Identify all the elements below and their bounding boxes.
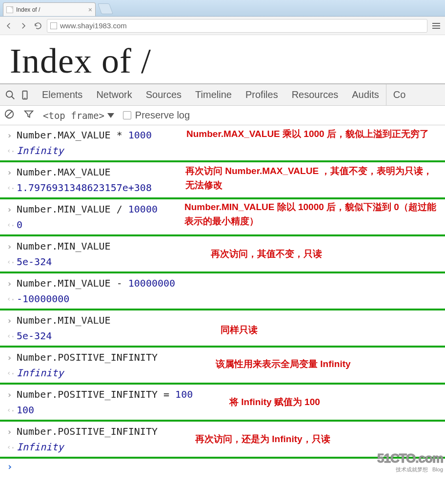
output-arrow-icon (7, 295, 17, 303)
console-input-line[interactable]: Number.MIN_VALUE - 10000000 (0, 275, 445, 291)
console-input-code: Number.MAX_VALUE (17, 166, 111, 178)
input-arrow-icon (7, 352, 17, 363)
console-input-code: Number.MIN_VALUE - 10000000 (17, 277, 175, 289)
browser-tab[interactable]: Index of / × (3, 2, 96, 16)
menu-button[interactable] (430, 23, 442, 29)
console-output-value: -10000000 (17, 293, 69, 305)
console-group: Number.MIN_VALUE5e-324同样只读 (0, 310, 445, 348)
frame-selector[interactable]: <top frame> (43, 110, 114, 121)
output-arrow-icon (7, 258, 17, 266)
console-group: Number.MAX_VALUE * 1000InfinityNumber.MA… (0, 125, 445, 162)
console-group: Number.MIN_VALUE - 10000000-10000000 (0, 273, 445, 310)
output-arrow-icon (7, 406, 17, 414)
console-output-value: Infinity (17, 145, 63, 156)
url-text: www.shayi1983.com (60, 21, 127, 30)
input-arrow-icon (7, 426, 17, 437)
devtools-panel: Elements Network Sources Timeline Profil… (0, 83, 445, 474)
output-arrow-icon (7, 443, 17, 451)
tab-sources[interactable]: Sources (139, 84, 188, 105)
tab-timeline[interactable]: Timeline (188, 84, 239, 105)
annotation-text: Number.MIN_VALUE 除以 10000 后，貌似下溢到 0（超过能表… (184, 200, 439, 228)
input-arrow-icon (7, 167, 17, 177)
console-group: Number.MIN_VALUE / 100000Number.MIN_VALU… (0, 199, 445, 236)
console-input-code: Number.MAX_VALUE * 1000 (17, 129, 152, 141)
inspect-icon[interactable] (3, 90, 18, 100)
address-bar: www.shayi1983.com (0, 17, 445, 35)
console-group: Number.MAX_VALUE1.7976931348623157e+308再… (0, 162, 445, 199)
preserve-log-label: Preserve log (135, 110, 190, 121)
tab-close-icon[interactable]: × (88, 6, 92, 14)
input-arrow-icon (7, 389, 17, 400)
dropdown-icon (107, 113, 114, 118)
reload-button[interactable] (32, 20, 44, 32)
console-group: Number.MIN_VALUE5e-324再次访问，其值不变，只读 (0, 236, 445, 273)
console-output: Number.MAX_VALUE * 1000InfinityNumber.MA… (0, 125, 445, 474)
site-icon (50, 22, 57, 29)
annotation-text: 将 Infinity 赋值为 100 (229, 395, 439, 409)
annotation-text: Number.MAX_VALUE 乘以 1000 后，貌似上溢到正无穷了 (186, 127, 439, 141)
output-arrow-icon (7, 147, 17, 155)
clear-console-icon[interactable] (4, 109, 15, 122)
annotation-text: 再次访问 Number.MAX_VALUE ，其值不变，表明为只读，无法修改 (185, 164, 439, 192)
devtools-tabbar: Elements Network Sources Timeline Profil… (0, 84, 445, 106)
console-input-code: Number.POSITIVE_INFINITY (17, 426, 158, 437)
output-arrow-icon (7, 221, 17, 229)
console-input-code: Number.MIN_VALUE (17, 240, 111, 252)
back-button[interactable] (3, 20, 15, 32)
annotation-text: 该属性用来表示全局变量 Infinity (216, 357, 439, 371)
page-content: Index of / (0, 35, 445, 83)
svg-point-0 (6, 91, 13, 97)
tab-network[interactable]: Network (89, 84, 139, 105)
output-arrow-icon (7, 332, 17, 340)
page-icon (6, 6, 13, 13)
frame-selector-label: <top frame> (43, 110, 104, 121)
console-output-value: 5e-324 (17, 256, 52, 268)
output-arrow-icon (7, 369, 17, 377)
tab-title: Index of / (16, 6, 40, 13)
browser-tabstrip: Index of / × (0, 0, 445, 17)
console-output-line: -10000000 (0, 291, 445, 307)
watermark: 51CTO.com技术成就梦想 Blog (377, 451, 443, 473)
input-arrow-icon (7, 204, 17, 214)
console-output-value: 100 (17, 404, 34, 416)
tab-console[interactable]: Co (386, 84, 413, 105)
page-title: Index of / (10, 41, 439, 81)
filter-icon[interactable] (23, 109, 34, 122)
console-input-code: Number.MIN_VALUE (17, 314, 111, 326)
tab-audits[interactable]: Audits (345, 84, 386, 105)
tab-profiles[interactable]: Profiles (239, 84, 285, 105)
annotation-text: 再次访问，还是为 Infinity，只读 (195, 432, 439, 446)
console-output-value: 5e-324 (17, 330, 52, 342)
input-arrow-icon (7, 278, 17, 289)
console-output-line: Infinity (0, 143, 445, 158)
annotation-text: 再次访问，其值不变，只读 (211, 247, 439, 261)
console-output-value: Infinity (17, 367, 63, 379)
forward-button[interactable] (18, 20, 29, 32)
console-input-code: Number.MIN_VALUE / 10000 (17, 203, 158, 215)
annotation-text: 同样只读 (221, 323, 439, 337)
console-toolbar: <top frame> Preserve log (0, 106, 445, 125)
url-input[interactable]: www.shayi1983.com (47, 19, 427, 33)
preserve-log-checkbox[interactable] (123, 111, 131, 119)
input-arrow-icon (7, 315, 17, 326)
console-output-value: 1.7976931348623157e+308 (17, 182, 152, 194)
console-group: Number.POSITIVE_INFINITYInfinity该属性用来表示全… (0, 348, 445, 385)
console-input-code: Number.POSITIVE_INFINITY (17, 351, 158, 363)
console-output-value: 0 (17, 219, 22, 231)
input-arrow-icon (7, 130, 17, 140)
console-output-value: Infinity (17, 441, 63, 453)
console-group: Number.POSITIVE_INFINITY = 100100将 Infin… (0, 385, 445, 422)
output-arrow-icon (7, 184, 17, 192)
new-tab-button[interactable] (98, 3, 113, 14)
console-input-code: Number.POSITIVE_INFINITY = 100 (17, 388, 193, 400)
tab-resources[interactable]: Resources (285, 84, 345, 105)
tab-elements[interactable]: Elements (35, 84, 89, 105)
input-arrow-icon (7, 241, 17, 252)
device-icon[interactable] (18, 90, 32, 100)
